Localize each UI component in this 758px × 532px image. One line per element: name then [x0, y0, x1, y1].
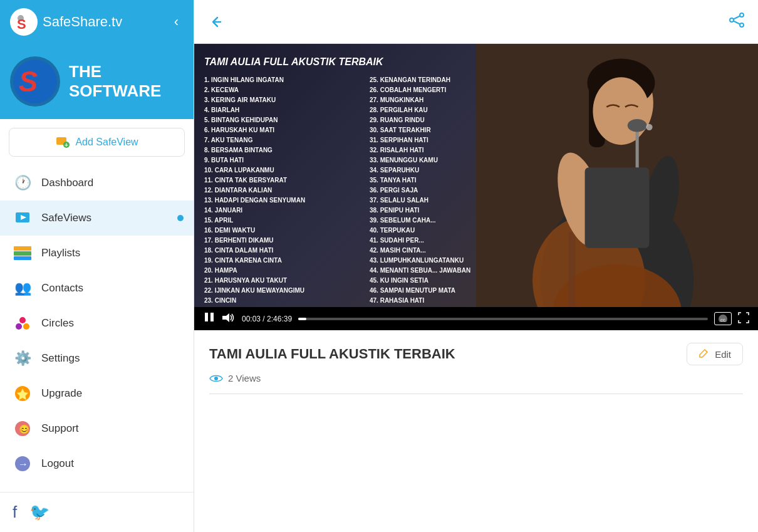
sidebar-header: S SafeShare.tv ‹: [0, 0, 194, 44]
svg-point-14: [16, 323, 22, 330]
svg-point-24: [740, 23, 744, 27]
cc-icon: cc: [717, 313, 729, 322]
svg-text:+: +: [65, 142, 68, 149]
sidebar-item-support[interactable]: 😊 Support: [0, 411, 194, 446]
circles-icon: [13, 313, 33, 333]
fullscreen-button[interactable]: [738, 312, 749, 326]
volume-icon: [222, 312, 236, 323]
svg-rect-41: [585, 167, 650, 248]
video-tracks: 1. INGIN HILANG INGATAN 2. KECEWA 3. KER…: [204, 75, 522, 307]
sidebar-item-playlists[interactable]: Playlists: [0, 236, 194, 271]
support-icon: 😊: [13, 419, 33, 439]
svg-rect-43: [210, 313, 214, 321]
main-content: TAMI AULIA FULL AKUSTIK TERBAIK 1. INGIN…: [194, 0, 758, 532]
fullscreen-icon: [738, 312, 749, 323]
svg-line-25: [734, 16, 740, 19]
sidebar-item-contacts[interactable]: 👥 Contacts: [0, 271, 194, 306]
svg-line-26: [734, 21, 740, 24]
logo-area: S SafeShare.tv: [10, 8, 122, 36]
video-thumbnail: TAMI AULIA FULL AKUSTIK TERBAIK 1. INGIN…: [194, 44, 758, 307]
svg-text:→: →: [18, 459, 28, 469]
svg-text:😊: 😊: [19, 424, 30, 435]
progress-bar[interactable]: [298, 318, 708, 320]
guitarist-image: [476, 44, 758, 307]
avatar: S: [10, 56, 60, 107]
twitter-icon[interactable]: 🐦: [29, 503, 49, 522]
svg-point-13: [19, 317, 26, 323]
svg-point-23: [730, 18, 734, 22]
svg-marker-44: [222, 313, 229, 322]
video-info: TAMI AULIA FULL AKUSTIK TERBAIK Edit 2 V…: [194, 330, 758, 532]
back-arrow-icon: [207, 12, 227, 32]
views-row: 2 Views: [209, 373, 743, 383]
divider: [209, 394, 743, 394]
svg-text:cc: cc: [720, 317, 725, 322]
gear-icon: ⚙️: [13, 348, 33, 368]
sidebar-item-settings[interactable]: ⚙️ Settings: [0, 341, 194, 376]
play-pause-button[interactable]: [203, 311, 215, 326]
svg-point-35: [593, 77, 649, 145]
time-display: 00:03 / 2:46:39: [242, 315, 292, 323]
video-controls: 00:03 / 2:46:39 cc: [194, 307, 758, 330]
clock-icon: 🕐: [13, 173, 33, 193]
logout-icon: →: [13, 454, 33, 474]
top-bar: [194, 0, 758, 44]
video-title: TAMI AULIA FULL AKUSTIK TERBAIK: [209, 346, 455, 362]
svg-rect-31: [569, 232, 575, 307]
svg-rect-12: [14, 256, 31, 260]
svg-point-47: [214, 377, 218, 380]
add-safeview-button[interactable]: + Add SafeView: [9, 128, 185, 157]
svg-point-37: [628, 119, 647, 132]
volume-button[interactable]: [222, 312, 236, 326]
svg-rect-10: [14, 246, 31, 251]
logo-text: SafeShare.tv: [43, 14, 122, 30]
back-button[interactable]: [207, 12, 227, 32]
edit-pencil-icon: [698, 348, 710, 360]
sidebar-footer: f 🐦: [0, 492, 194, 532]
sidebar: S SafeShare.tv ‹ S THE SOFTWARE + Ad: [0, 0, 194, 532]
tracks-left: 1. INGIN HILANG INGATAN 2. KECEWA 3. KER…: [204, 75, 357, 307]
profile-name: THE SOFTWARE: [69, 62, 161, 101]
svg-rect-42: [205, 313, 208, 321]
video-info-header: TAMI AULIA FULL AKUSTIK TERBAIK Edit: [209, 343, 743, 365]
share-button[interactable]: [728, 11, 745, 33]
profile-section: S THE SOFTWARE: [0, 44, 194, 119]
video-container: TAMI AULIA FULL AKUSTIK TERBAIK 1. INGIN…: [194, 44, 758, 330]
progress-fill: [298, 318, 306, 320]
svg-rect-11: [14, 251, 31, 256]
svg-point-22: [740, 13, 744, 17]
share-icon: [728, 11, 745, 29]
svg-text:S: S: [17, 16, 26, 32]
sidebar-item-logout[interactable]: → Logout: [0, 446, 194, 481]
contacts-icon: 👥: [13, 278, 33, 298]
sidebar-item-dashboard[interactable]: 🕐 Dashboard: [0, 165, 194, 201]
svg-point-15: [23, 323, 29, 330]
svg-point-38: [646, 124, 652, 130]
notification-dot: [177, 215, 184, 221]
facebook-icon[interactable]: f: [13, 503, 17, 522]
cc-button[interactable]: cc: [714, 312, 732, 325]
collapse-button[interactable]: ‹: [169, 11, 184, 33]
sidebar-item-circles[interactable]: Circles: [0, 306, 194, 341]
svg-text:S: S: [19, 66, 38, 98]
play-icon: [13, 208, 33, 228]
playlist-icon: [13, 243, 33, 263]
upgrade-icon: [13, 383, 33, 404]
edit-button[interactable]: Edit: [687, 343, 743, 365]
pause-icon: [203, 311, 215, 323]
logo-icon: S: [10, 8, 38, 36]
add-safeview-icon: +: [55, 135, 70, 150]
sidebar-item-upgrade[interactable]: Upgrade: [0, 376, 194, 411]
views-icon: [209, 373, 223, 383]
sidebar-item-safeviews[interactable]: SafeViews: [0, 201, 194, 236]
nav-list: 🕐 Dashboard SafeViews Playlists 👥 Contac…: [0, 165, 194, 492]
